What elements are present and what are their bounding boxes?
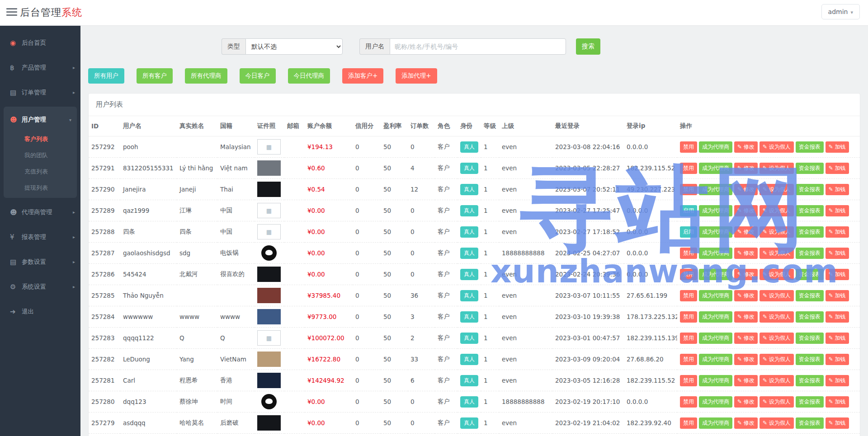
- sidebar-item-后台首页[interactable]: ◉后台首页: [0, 30, 80, 55]
- disable-button[interactable]: 禁用: [680, 417, 697, 429]
- quick-button-添加代理+[interactable]: 添加代理+: [396, 68, 437, 84]
- set-fake-button[interactable]: ✎ 设为假人: [760, 333, 794, 344]
- set-fake-button[interactable]: ✎ 设为假人: [760, 226, 794, 238]
- set-fake-button[interactable]: ✎ 设为假人: [760, 311, 794, 323]
- add-money-button[interactable]: ✎ 加钱: [826, 248, 849, 259]
- edit-button[interactable]: ✎ 修改: [734, 375, 758, 386]
- certificate-photo[interactable]: ▦: [257, 330, 281, 346]
- become-agent-button[interactable]: 成为代理商: [699, 248, 732, 259]
- certificate-photo[interactable]: ▦: [257, 203, 281, 218]
- disable-button[interactable]: 禁用: [680, 184, 697, 195]
- set-fake-button[interactable]: ✎ 设为假人: [760, 141, 794, 153]
- fund-report-button[interactable]: 资金报表: [796, 375, 824, 386]
- sidebar-item-订单管理[interactable]: ▤订单管理▸: [0, 80, 80, 105]
- add-money-button[interactable]: ✎ 加钱: [826, 375, 849, 386]
- fund-report-button[interactable]: 资金报表: [796, 333, 824, 344]
- certificate-photo[interactable]: [257, 394, 281, 409]
- fund-report-button[interactable]: 资金报表: [796, 354, 824, 365]
- sidebar-subitem-客户列表[interactable]: 客户列表: [4, 131, 77, 147]
- become-agent-button[interactable]: 成为代理商: [699, 269, 732, 280]
- edit-button[interactable]: ✎ 修改: [734, 184, 758, 195]
- certificate-photo[interactable]: [257, 288, 281, 303]
- sidebar-subitem-我的团队[interactable]: 我的团队: [4, 147, 77, 164]
- admin-user-dropdown[interactable]: admin▾: [821, 4, 860, 19]
- hamburger-menu-icon[interactable]: [6, 8, 17, 17]
- set-fake-button[interactable]: ✎ 设为假人: [760, 354, 794, 365]
- edit-button[interactable]: ✎ 修改: [734, 163, 758, 174]
- sidebar-item-报表管理[interactable]: ¥报表管理▸: [0, 225, 80, 249]
- edit-button[interactable]: ✎ 修改: [734, 248, 758, 259]
- set-fake-button[interactable]: ✎ 设为假人: [760, 290, 794, 301]
- add-money-button[interactable]: ✎ 加钱: [826, 184, 849, 195]
- set-fake-button[interactable]: ✎ 设为假人: [760, 396, 794, 408]
- edit-button[interactable]: ✎ 修改: [734, 417, 758, 429]
- sidebar-item-退出[interactable]: ➔退出: [0, 299, 80, 324]
- add-money-button[interactable]: ✎ 加钱: [826, 417, 849, 429]
- add-money-button[interactable]: ✎ 加钱: [826, 269, 849, 280]
- fund-report-button[interactable]: 资金报表: [796, 290, 824, 301]
- disable-button[interactable]: 禁用: [680, 396, 697, 408]
- disable-button[interactable]: 禁用: [680, 375, 697, 386]
- fund-report-button[interactable]: 资金报表: [796, 141, 824, 153]
- edit-button[interactable]: ✎ 修改: [734, 226, 758, 238]
- set-fake-button[interactable]: ✎ 设为假人: [760, 375, 794, 386]
- edit-button[interactable]: ✎ 修改: [734, 290, 758, 301]
- become-agent-button[interactable]: 成为代理商: [699, 333, 732, 344]
- set-fake-button[interactable]: ✎ 设为假人: [760, 163, 794, 174]
- set-fake-button[interactable]: ✎ 设为假人: [760, 417, 794, 429]
- disable-button[interactable]: 禁用: [680, 141, 697, 153]
- add-money-button[interactable]: ✎ 加钱: [826, 354, 849, 365]
- add-money-button[interactable]: ✎ 加钱: [826, 396, 849, 408]
- quick-button-今日代理商[interactable]: 今日代理商: [288, 68, 330, 84]
- certificate-photo[interactable]: [257, 352, 281, 367]
- edit-button[interactable]: ✎ 修改: [734, 269, 758, 280]
- enable-button[interactable]: 启用: [680, 226, 697, 238]
- edit-button[interactable]: ✎ 修改: [734, 354, 758, 365]
- add-money-button[interactable]: ✎ 加钱: [826, 205, 849, 216]
- disable-button[interactable]: 禁用: [680, 311, 697, 323]
- become-agent-button[interactable]: 成为代理商: [699, 290, 732, 301]
- edit-button[interactable]: ✎ 修改: [734, 396, 758, 408]
- username-search-input[interactable]: [390, 38, 566, 55]
- become-agent-button[interactable]: 成为代理商: [699, 184, 732, 195]
- become-agent-button[interactable]: 成为代理商: [699, 226, 732, 238]
- certificate-photo[interactable]: [257, 309, 281, 324]
- set-fake-button[interactable]: ✎ 设为假人: [760, 184, 794, 195]
- quick-button-所有用户[interactable]: 所有用户: [88, 68, 124, 84]
- sidebar-item-用户管理[interactable]: ☻用户管理▾: [4, 108, 77, 131]
- disable-button[interactable]: 禁用: [680, 333, 697, 344]
- disable-button[interactable]: 禁用: [680, 163, 697, 174]
- disable-button[interactable]: 禁用: [680, 290, 697, 301]
- add-money-button[interactable]: ✎ 加钱: [826, 226, 849, 238]
- become-agent-button[interactable]: 成为代理商: [699, 375, 732, 386]
- sidebar-subitem-提现列表[interactable]: 提现列表: [4, 180, 77, 196]
- fund-report-button[interactable]: 资金报表: [796, 248, 824, 259]
- add-money-button[interactable]: ✎ 加钱: [826, 290, 849, 301]
- certificate-photo[interactable]: ▦: [257, 224, 281, 239]
- sidebar-subitem-充值列表[interactable]: 充值列表: [4, 164, 77, 180]
- certificate-photo[interactable]: ▦: [257, 139, 281, 155]
- quick-button-所有客户[interactable]: 所有客户: [137, 68, 173, 84]
- become-agent-button[interactable]: 成为代理商: [699, 396, 732, 408]
- fund-report-button[interactable]: 资金报表: [796, 396, 824, 408]
- fund-report-button[interactable]: 资金报表: [796, 311, 824, 323]
- disable-button[interactable]: 禁用: [680, 354, 697, 365]
- add-money-button[interactable]: ✎ 加钱: [826, 141, 849, 153]
- fund-report-button[interactable]: 资金报表: [796, 163, 824, 174]
- fund-report-button[interactable]: 资金报表: [796, 184, 824, 195]
- sidebar-item-参数设置[interactable]: ▤参数设置▸: [0, 249, 80, 274]
- disable-button[interactable]: 禁用: [680, 248, 697, 259]
- certificate-photo[interactable]: [257, 182, 281, 197]
- fund-report-button[interactable]: 资金报表: [796, 226, 824, 238]
- quick-button-添加客户+[interactable]: 添加客户+: [342, 68, 383, 84]
- sidebar-item-系统设置[interactable]: ⚙系统设置▸: [0, 274, 80, 299]
- fund-report-button[interactable]: 资金报表: [796, 417, 824, 429]
- certificate-photo[interactable]: [257, 160, 281, 176]
- fund-report-button[interactable]: 资金报表: [796, 269, 824, 280]
- add-money-button[interactable]: ✎ 加钱: [826, 163, 849, 174]
- certificate-photo[interactable]: [257, 373, 281, 388]
- certificate-photo[interactable]: [257, 415, 281, 431]
- set-fake-button[interactable]: ✎ 设为假人: [760, 269, 794, 280]
- enable-button[interactable]: 启用: [680, 205, 697, 216]
- type-filter-select[interactable]: 默认不选: [245, 38, 343, 55]
